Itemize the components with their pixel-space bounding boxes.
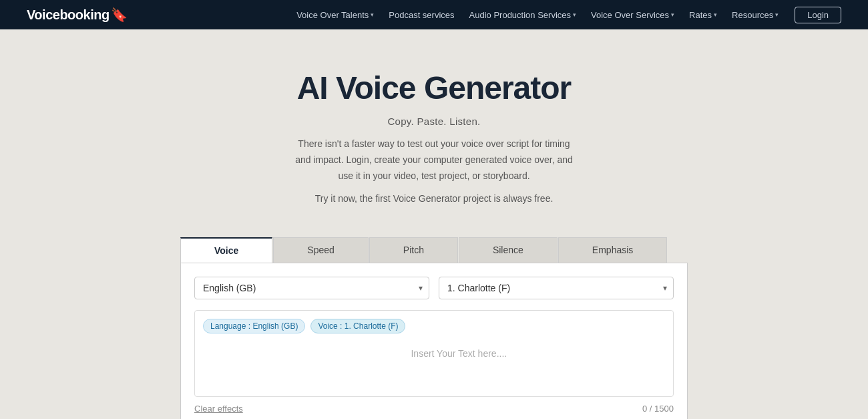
tab-pitch[interactable]: Pitch bbox=[369, 237, 458, 263]
nav-audio-production[interactable]: Audio Production Services ▾ bbox=[464, 7, 582, 23]
tab-speed[interactable]: Speed bbox=[273, 237, 368, 263]
hero-note: Try it now, the first Voice Generator pr… bbox=[13, 193, 855, 204]
footer-row: Clear effects 0 / 1500 bbox=[194, 404, 674, 414]
language-tag: Language : English (GB) bbox=[203, 319, 305, 333]
tab-voice[interactable]: Voice bbox=[180, 237, 272, 263]
language-select-wrapper: English (GB) English (US) French German … bbox=[194, 277, 429, 299]
tab-silence[interactable]: Silence bbox=[459, 237, 558, 263]
tool-content: English (GB) English (US) French German … bbox=[180, 263, 688, 419]
textarea-placeholder: Insert Your Text here.... bbox=[411, 348, 507, 359]
clear-effects-button[interactable]: Clear effects bbox=[194, 404, 243, 414]
nav-rates[interactable]: Rates ▾ bbox=[684, 7, 722, 23]
hero-subtitle: Copy. Paste. Listen. bbox=[13, 116, 855, 127]
hero-description: There isn't a faster way to test out you… bbox=[294, 136, 574, 184]
nav-voice-over-talents[interactable]: Voice Over Talents ▾ bbox=[291, 7, 379, 23]
voice-select[interactable]: 1. Charlotte (F) 2. James (M) 3. Sophie … bbox=[439, 277, 674, 299]
language-select[interactable]: English (GB) English (US) French German … bbox=[194, 277, 429, 299]
tabs: Voice Speed Pitch Silence Emphasis bbox=[180, 237, 688, 263]
text-input-area[interactable]: Language : English (GB) Voice : 1. Charl… bbox=[194, 310, 674, 397]
chevron-down-icon: ▾ bbox=[714, 11, 717, 18]
voice-tag: Voice : 1. Charlotte (F) bbox=[310, 319, 405, 333]
selects-row: English (GB) English (US) French German … bbox=[194, 277, 674, 299]
nav-podcast-services[interactable]: Podcast services bbox=[383, 7, 459, 23]
hero-section: AI Voice Generator Copy. Paste. Listen. … bbox=[0, 29, 868, 224]
logo[interactable]: Voicebooking 🔖 bbox=[27, 7, 128, 23]
tab-emphasis[interactable]: Emphasis bbox=[558, 237, 667, 263]
chevron-down-icon: ▾ bbox=[573, 11, 576, 18]
nav-resources[interactable]: Resources ▾ bbox=[726, 7, 784, 23]
navbar: Voicebooking 🔖 Voice Over Talents ▾ Podc… bbox=[0, 0, 868, 29]
chevron-down-icon: ▾ bbox=[371, 11, 374, 18]
chevron-down-icon: ▾ bbox=[671, 11, 674, 18]
login-button[interactable]: Login bbox=[795, 7, 841, 23]
voice-select-wrapper: 1. Charlotte (F) 2. James (M) 3. Sophie … bbox=[439, 277, 674, 299]
hero-title: AI Voice Generator bbox=[13, 69, 855, 106]
char-count: 0 / 1500 bbox=[642, 404, 674, 414]
nav-voice-over-services[interactable]: Voice Over Services ▾ bbox=[586, 7, 680, 23]
chevron-down-icon: ▾ bbox=[775, 11, 779, 18]
logo-text: Voicebooking bbox=[27, 7, 110, 23]
nav-links: Voice Over Talents ▾ Podcast services Au… bbox=[291, 7, 841, 23]
logo-icon: 🔖 bbox=[111, 7, 128, 23]
tool-card: Voice Speed Pitch Silence Emphasis Engli… bbox=[180, 237, 688, 419]
